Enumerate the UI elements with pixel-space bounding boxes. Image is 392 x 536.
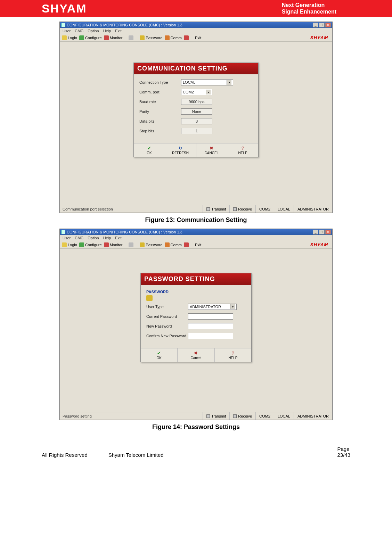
ok-label: OK [147, 151, 152, 155]
comm-port-label: Comm. port [139, 90, 181, 94]
menu-help[interactable]: Help [103, 29, 111, 33]
document-body: CONFIGURATION & MONITORING CONSOLE (CMC)… [0, 17, 392, 439]
user-type-value: ADMINISTRATOR [190, 305, 221, 309]
minimize-button[interactable]: _ [313, 23, 318, 27]
status-receive: Receive [229, 205, 255, 213]
app-window-comm: CONFIGURATION & MONITORING CONSOLE (CMC)… [59, 22, 333, 213]
status-bar: Communication port selection Transmit Re… [60, 205, 332, 213]
tb-exit[interactable]: Exit [195, 243, 201, 247]
separator-icon [129, 35, 133, 40]
menu-cmc[interactable]: CMC [75, 29, 83, 33]
tb-configure[interactable]: Configure [79, 35, 102, 40]
status-port: COM2 [255, 205, 274, 213]
ok-button[interactable]: ✔OK [141, 348, 178, 362]
close-button[interactable]: × [325, 230, 331, 234]
tb-exit[interactable]: Exit [195, 36, 201, 40]
ok-label: OK [156, 356, 161, 360]
status-transmit-label: Transmit [211, 207, 226, 211]
current-password-input[interactable] [188, 313, 233, 320]
figure-13-caption: Figure 13: Communication Setting [0, 216, 392, 224]
comm-port-dropdown[interactable]: COM2 ▾ [181, 89, 212, 95]
toolbar: Login Configure Monitor Password Comm Ex… [60, 241, 332, 249]
ok-button[interactable]: ✔OK [134, 143, 165, 157]
maximize-button[interactable]: □ [319, 230, 325, 234]
comm-port-value: COM2 [183, 90, 194, 94]
connection-type-label: Connection Type [139, 80, 181, 84]
cancel-button[interactable]: ✖Cancel [178, 348, 214, 362]
close-button[interactable]: × [325, 23, 331, 27]
key-icon [62, 242, 67, 247]
user-type-label: User Type [146, 305, 188, 309]
user-type-dropdown[interactable]: ADMINISTRATOR ▾ [188, 304, 237, 310]
menu-cmc[interactable]: CMC [75, 236, 83, 240]
menu-user[interactable]: User [63, 29, 71, 33]
help-label: HELP [238, 151, 247, 155]
help-label: HELP [228, 356, 237, 360]
menu-option[interactable]: Option [88, 29, 99, 33]
window-titlebar: CONFIGURATION & MONITORING CONSOLE (CMC)… [60, 229, 332, 235]
page-header: SHYAM Next Generation Signal Enhancement [0, 0, 392, 17]
tb-configure-label: Configure [85, 243, 102, 247]
cancel-button[interactable]: ✖CANCEL [196, 143, 228, 157]
stop-bits-field: 1 [181, 128, 212, 134]
check-icon: ✔ [147, 146, 152, 150]
help-icon: ? [240, 146, 245, 150]
tb-comm[interactable]: Comm [165, 242, 182, 247]
menu-exit[interactable]: Exit [115, 29, 121, 33]
separator-icon [129, 242, 133, 247]
menu-exit[interactable]: Exit [115, 236, 121, 240]
tb-monitor[interactable]: Monitor [104, 35, 123, 40]
lock-icon [146, 295, 153, 301]
monitor-icon [104, 35, 109, 40]
new-password-input[interactable] [188, 323, 233, 329]
confirm-password-label: Confirm New Password [146, 334, 188, 338]
connection-type-dropdown[interactable]: LOCAL ▾ [181, 79, 233, 85]
page-footer: All Rights Reserved Shyam Telecom Limite… [0, 439, 392, 465]
tb-configure[interactable]: Configure [79, 242, 102, 247]
window-controls: _ □ × [313, 23, 331, 27]
refresh-label: REFRESH [172, 151, 189, 155]
tb-exit-icon[interactable] [184, 35, 189, 40]
tb-password[interactable]: Password [140, 242, 162, 247]
parity-value: None [192, 109, 201, 114]
maximize-button[interactable]: □ [319, 23, 325, 27]
status-mode: LOCAL [274, 205, 294, 213]
tb-password[interactable]: Password [140, 35, 162, 40]
dialog-title: PASSWORD SETTING [141, 273, 251, 285]
status-user: ADMINISTRATOR [294, 412, 332, 420]
tb-monitor[interactable]: Monitor [104, 242, 123, 247]
app-icon [61, 23, 65, 27]
led-icon [206, 207, 210, 211]
tb-comm[interactable]: Comm [165, 35, 182, 40]
menu-user[interactable]: User [63, 236, 71, 240]
menu-help[interactable]: Help [103, 236, 111, 240]
cancel-icon: ✖ [209, 146, 214, 150]
exit-icon [184, 242, 189, 247]
toolbar-brand: SHYAM [310, 242, 330, 247]
help-button[interactable]: ?HELP [227, 143, 258, 157]
configure-icon [79, 35, 84, 40]
status-transmit: Transmit [203, 412, 229, 420]
tb-login[interactable]: Login [62, 35, 77, 40]
tb-login[interactable]: Login [62, 242, 77, 247]
tb-separator-icon [129, 242, 133, 247]
tb-exit-icon[interactable] [184, 242, 189, 247]
tb-separator-icon [129, 35, 133, 40]
stop-bits-value: 1 [196, 129, 198, 133]
cancel-icon: ✖ [194, 351, 198, 355]
window-title: CONFIGURATION & MONITORING CONSOLE (CMC)… [67, 230, 313, 234]
minimize-button[interactable]: _ [313, 230, 318, 234]
confirm-password-input[interactable] [188, 333, 233, 339]
refresh-button[interactable]: ↻REFRESH [165, 143, 196, 157]
footer-page-number: 23/43 [337, 452, 350, 458]
stop-bits-label: Stop bits [139, 129, 181, 133]
chevron-down-icon: ▾ [206, 90, 211, 94]
comm-icon [165, 242, 170, 247]
toolbar-brand: SHYAM [310, 35, 330, 40]
app-window-password: CONFIGURATION & MONITORING CONSOLE (CMC)… [59, 229, 333, 420]
cancel-label: Cancel [190, 356, 201, 360]
tagline-line-2: Signal Enhancement [282, 8, 336, 15]
footer-company: Shyam Telecom Limited [108, 452, 164, 458]
help-button[interactable]: ?HELP [215, 348, 251, 362]
menu-option[interactable]: Option [88, 236, 99, 240]
